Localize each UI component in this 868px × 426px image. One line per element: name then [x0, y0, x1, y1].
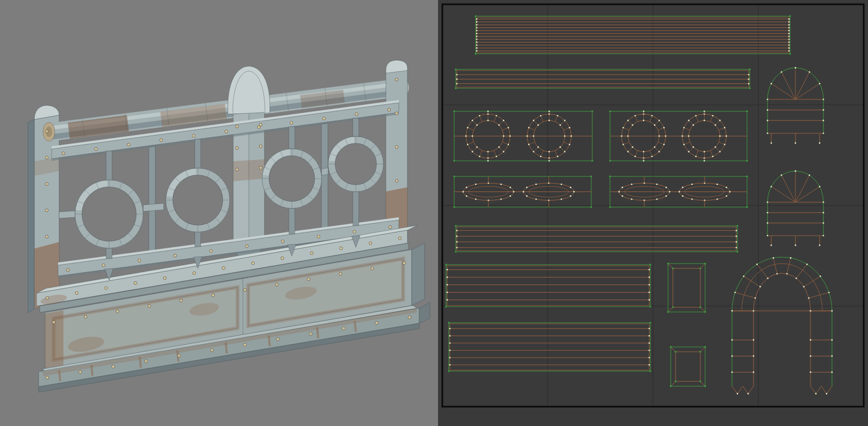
bridge-railing-model [0, 0, 438, 426]
uv-editor-panel[interactable] [438, 0, 868, 426]
modeling-app-window [0, 0, 868, 426]
right-post [386, 60, 407, 242]
uv-editor-canvas[interactable] [438, 0, 868, 426]
viewport-3d[interactable] [0, 0, 438, 426]
